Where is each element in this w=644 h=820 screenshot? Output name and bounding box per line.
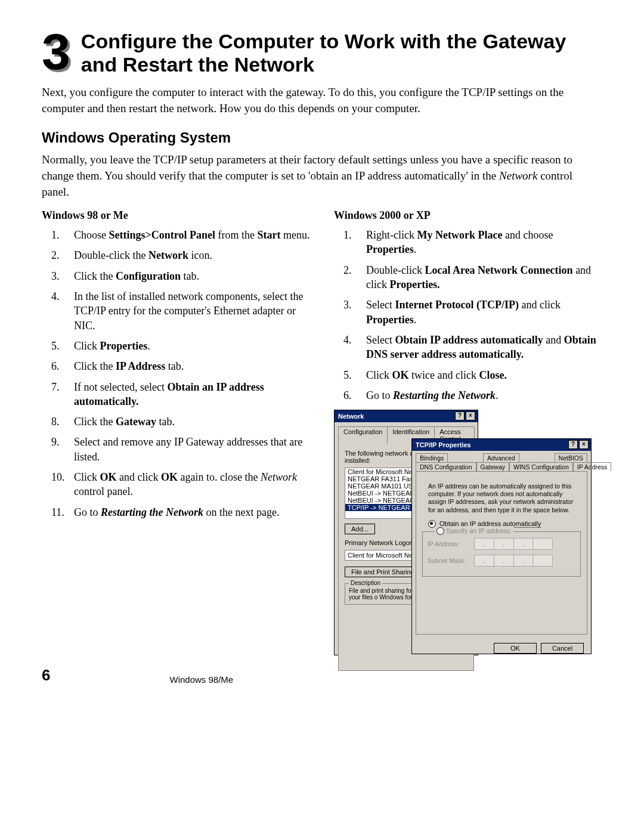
close-icon[interactable]: ×: [579, 440, 589, 449]
radio-icon[interactable]: [436, 527, 444, 535]
list-item: Go to Restarting the Network.: [334, 388, 602, 403]
titlebar: TCP/IP Properties ? ×: [412, 439, 591, 451]
add-button[interactable]: Add...: [345, 524, 375, 534]
heading-block: 3 3 Configure the Computer to Work with …: [42, 30, 602, 76]
right-heading: Windows 2000 or XP: [334, 209, 602, 222]
list-item: In the list of installed network compone…: [42, 289, 310, 333]
caption: Windows 98/Me: [169, 674, 233, 685]
list-item: Click the Gateway tab.: [42, 414, 310, 429]
tab-gateway[interactable]: Gateway: [476, 462, 509, 471]
tcpip-note: An IP address can be automatically assig…: [422, 478, 581, 516]
column-right: Windows 2000 or XP Right-click My Networ…: [334, 209, 602, 660]
tab-dns[interactable]: DNS Configuration: [416, 462, 476, 471]
tab-bindings[interactable]: Bindings: [416, 453, 448, 462]
left-list: Choose Settings>Control Panel from the S…: [42, 228, 310, 519]
tab-configuration[interactable]: Configuration: [338, 426, 388, 444]
tcpip-window: TCP/IP Properties ? × Bindings Advanced …: [411, 438, 592, 654]
list-item: Click OK twice and click Close.: [334, 368, 602, 382]
column-left: Windows 98 or Me Choose Settings>Control…: [42, 209, 310, 660]
list-item: Click the IP Address tab.: [42, 359, 310, 373]
list-item: Select Internet Protocol (TCP/IP) and cl…: [334, 298, 602, 327]
tab-wins[interactable]: WINS Configuration: [509, 462, 573, 471]
cancel-button[interactable]: Cancel: [541, 643, 584, 654]
section-heading: Windows Operating System: [42, 129, 602, 146]
section-body: Normally, you leave the TCP/IP setup par…: [42, 152, 602, 200]
list-item: If not selected, select Obtain an IP add…: [42, 380, 310, 409]
tab-netbios[interactable]: NetBIOS: [555, 453, 587, 462]
window-title: Network: [338, 413, 364, 420]
footer: 6 Windows 98/Me: [42, 666, 602, 685]
tab-advanced[interactable]: Advanced: [483, 453, 519, 462]
list-item: Click Properties.: [42, 339, 310, 353]
right-list: Right-click My Network Place and choose …: [334, 228, 602, 403]
ip-address-field: ...: [474, 538, 553, 550]
list-item: Right-click My Network Place and choose …: [334, 228, 602, 257]
help-icon[interactable]: ?: [455, 411, 465, 420]
close-icon[interactable]: ×: [466, 411, 475, 420]
page-number: 6: [42, 666, 50, 685]
ip-address-label: IP Address:: [428, 540, 469, 547]
list-item: Click the Configuration tab.: [42, 269, 310, 283]
list-item: Double-click Local Area Network Connecti…: [334, 263, 602, 292]
intro-text: Next, you configure the computer to inte…: [42, 85, 602, 116]
step-number: 3 3: [42, 30, 70, 73]
help-icon[interactable]: ?: [568, 440, 578, 449]
subnet-mask-field: ...: [474, 555, 553, 567]
list-item: Go to Restarting the Network on the next…: [42, 505, 310, 519]
left-heading: Windows 98 or Me: [42, 209, 310, 222]
list-item: Choose Settings>Control Panel from the S…: [42, 228, 310, 242]
list-item: Select Obtain IP address automatically a…: [334, 333, 602, 362]
list-item: Select and remove any IP Gateway address…: [42, 435, 310, 464]
screenshot: Network ? × Configuration Identification…: [334, 410, 602, 660]
titlebar: Network ? ×: [335, 410, 478, 422]
list-item: Double-click the Network icon.: [42, 248, 310, 262]
subnet-mask-label: Subnet Mask:: [428, 557, 469, 564]
ok-button[interactable]: OK: [494, 643, 537, 654]
page-title: Configure the Computer to Work with the …: [81, 30, 602, 76]
tab-ip-address[interactable]: IP Address: [573, 462, 612, 471]
window-title: TCP/IP Properties: [416, 441, 471, 448]
list-item: Click OK and click OK again to. close th…: [42, 470, 310, 499]
